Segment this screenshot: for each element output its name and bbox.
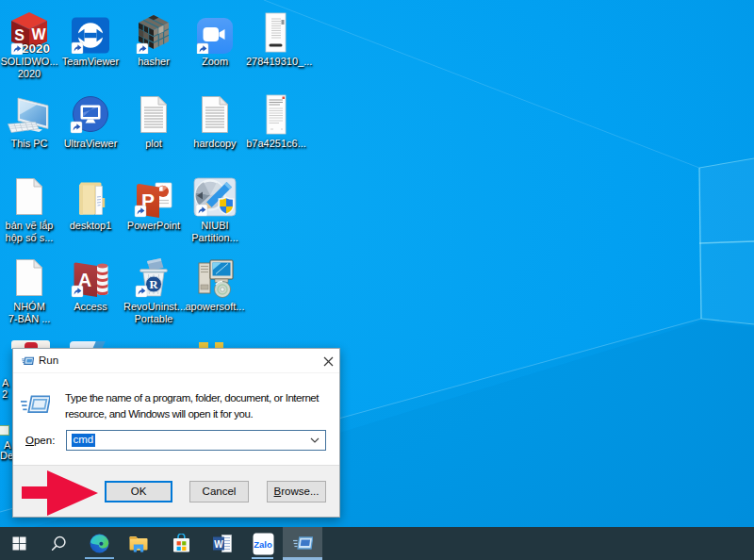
svg-text:2020: 2020	[22, 41, 50, 55]
svg-text:Zalo: Zalo	[254, 538, 272, 549]
svg-text:R: R	[149, 278, 158, 291]
svg-text:W: W	[214, 539, 223, 550]
svg-text:W: W	[31, 26, 46, 42]
